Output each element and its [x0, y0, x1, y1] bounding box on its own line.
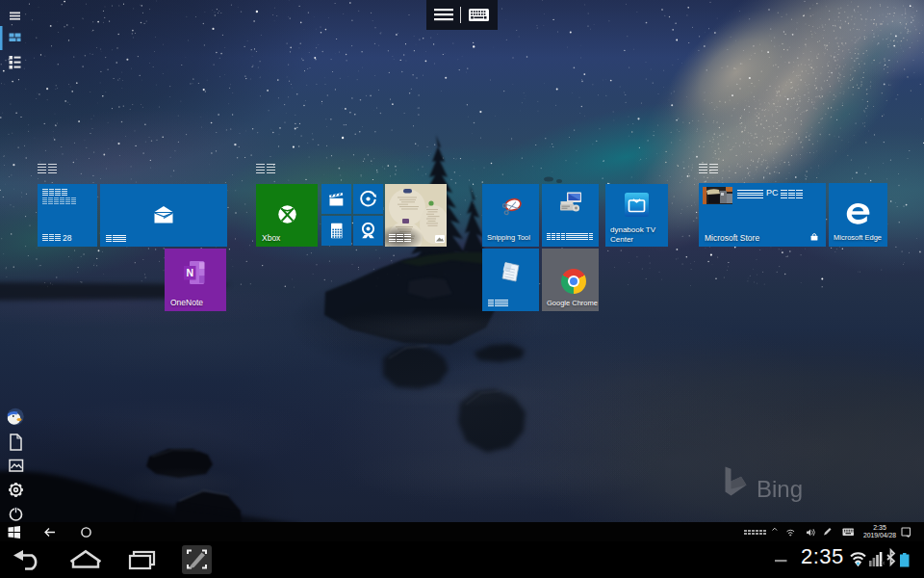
svg-text:Bing: Bing [757, 476, 803, 502]
svg-text:N: N [186, 267, 193, 278]
